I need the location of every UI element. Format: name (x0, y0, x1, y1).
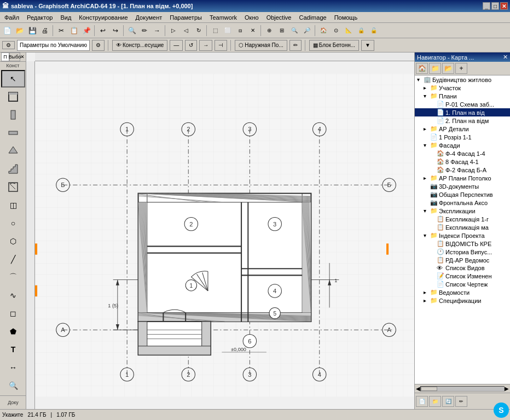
tool-object[interactable]: ○ (1, 214, 25, 232)
menu-view[interactable]: Вид (57, 14, 74, 21)
minimize-button[interactable]: _ (483, 2, 490, 10)
tree-expand-1[interactable]: ▸ (424, 85, 429, 91)
pen-button[interactable]: ✏ (138, 25, 150, 37)
snap-btn[interactable]: ⊕ (263, 25, 275, 37)
menu-document[interactable]: Документ (132, 14, 166, 21)
tree-expand-0[interactable]: ▾ (417, 77, 422, 83)
close-button[interactable]: ✕ (500, 2, 508, 10)
find-button[interactable]: 🔍 (126, 25, 138, 37)
tool-zone[interactable]: ⬡ (1, 232, 25, 250)
outer-btn[interactable]: ⬡ Наружная По... (235, 40, 287, 51)
constr-btn[interactable]: 👁 Констр...есущие (112, 40, 167, 51)
end-btn[interactable]: ⊣ (215, 40, 227, 51)
tree-item-22[interactable]: 📋РД-АР Ведомос (415, 256, 510, 264)
tool-rect[interactable]: ◻ (1, 305, 25, 322)
tree-item-20[interactable]: 📋ВІДОМІСТЬ КРЕ (415, 240, 510, 248)
menu-design[interactable]: Конструирование (76, 14, 131, 21)
menu-window[interactable]: Окно (241, 14, 262, 21)
menu-file[interactable]: Файл (1, 14, 22, 21)
menu-teamwork[interactable]: Teamwork (206, 14, 240, 21)
mirror-btn[interactable]: ⧈ (234, 25, 246, 37)
maximize-button[interactable]: □ (491, 2, 499, 10)
params-dropdown[interactable]: Параметры по Умолчанию (17, 40, 90, 51)
tree-item-12[interactable]: ▸📁АР Плани Потолко (415, 174, 510, 182)
tree-item-16[interactable]: ▾📁Экспликации (415, 207, 510, 215)
lock-btn[interactable]: 🔓 (368, 25, 380, 37)
open-button[interactable]: 📂 (14, 25, 26, 37)
tool-wall[interactable] (1, 88, 25, 106)
tree-item-9[interactable]: 🏠Ф-4 Фасад 1-4 (415, 149, 510, 158)
nav-folder-btn[interactable]: 📁 (429, 63, 441, 74)
params-settings-btn[interactable]: ⚙ (92, 40, 105, 51)
tree-item-3[interactable]: 📄Р-01 Схема заб... (415, 100, 510, 108)
tree-item-17[interactable]: 📋Експликація 1-г (415, 215, 510, 223)
menu-help[interactable]: Помощь (331, 14, 361, 21)
menu-objective[interactable]: Objective (263, 14, 295, 21)
tree-item-5[interactable]: 📄2. План на відм (415, 116, 510, 125)
tree-item-15[interactable]: 📷Фронтальна Аксо (415, 199, 510, 207)
zoom-in-btn[interactable]: 🔍 (288, 25, 300, 37)
params-icon[interactable]: ⚙ (2, 41, 15, 49)
cut-button[interactable]: ✂ (55, 25, 67, 37)
nav-bt3[interactable]: 🔄 (442, 396, 454, 407)
save-button[interactable]: 💾 (26, 25, 38, 37)
rotate-btn[interactable]: ↻ (193, 25, 205, 37)
elev-btn[interactable]: 📐 (343, 25, 355, 37)
tree-expand-26[interactable]: ▸ (424, 289, 429, 295)
tree-expand-27[interactable]: ▸ (424, 298, 429, 304)
nav-add-btn[interactable]: + (455, 63, 467, 74)
tree-item-6[interactable]: ▸📁АР Детали (415, 125, 510, 133)
new-button[interactable]: 📄 (1, 25, 13, 37)
tree-item-21[interactable]: 🕐Историа Випус... (415, 248, 510, 256)
zoom-out-btn[interactable]: 🔎 (301, 25, 313, 37)
tool-roof[interactable] (1, 142, 25, 160)
tree-item-24[interactable]: 📝Список Изменен (415, 272, 510, 280)
tree-item-27[interactable]: ▸📁Спецификации (415, 296, 510, 305)
scroll-thumb[interactable] (421, 387, 437, 391)
tree-item-25[interactable]: 📄Список Чертеж (415, 280, 510, 288)
tab-выбо[interactable]: Выбо (9, 52, 20, 61)
move-btn[interactable]: ⬚ (209, 25, 221, 37)
tree-item-19[interactable]: ▾📁Індекси Проекта (415, 231, 510, 240)
tree-item-13[interactable]: 📷3D-документы (415, 182, 510, 190)
select-btn[interactable]: ▷ (167, 25, 179, 37)
rotate-view-btn[interactable]: ↺ (185, 40, 197, 51)
section-btn[interactable]: ⊙ (330, 25, 342, 37)
tool-zoom[interactable]: 🔍 (1, 377, 25, 394)
menu-edit[interactable]: Редактор (24, 14, 56, 21)
tool-doc[interactable]: 📄 (1, 407, 25, 409)
nav-folder2-btn[interactable]: 📂 (442, 63, 454, 74)
scroll-right-btn[interactable]: ▶ (505, 386, 509, 392)
tool-text[interactable]: T (1, 341, 25, 358)
block-arrow-btn[interactable]: ▼ (361, 40, 374, 51)
tree-item-1[interactable]: ▸📁Участок (415, 84, 510, 92)
nav-scrollbar[interactable]: ◀ ▶ (415, 384, 510, 393)
arrow-button[interactable]: → (151, 25, 163, 37)
nav-bt4[interactable]: ✏ (455, 396, 467, 407)
nav-bt1[interactable]: 📄 (416, 396, 428, 407)
line-type-btn[interactable]: — (170, 40, 183, 51)
trim-btn[interactable]: ✕ (247, 25, 259, 37)
nav-bt2[interactable]: 📁 (429, 396, 441, 407)
tool-stair[interactable] (1, 160, 25, 178)
block-btn[interactable]: ▦ Блок Бетонн... (309, 40, 359, 51)
tree-item-4[interactable]: 📄1. План на від (415, 108, 510, 116)
tree-item-7[interactable]: 📄1 Розріз 1-1 (415, 133, 510, 141)
menu-options[interactable]: Параметры (166, 14, 205, 21)
tool-line[interactable]: ╱ (1, 250, 25, 268)
copy-button[interactable]: 📋 (68, 25, 80, 37)
select2-btn[interactable]: ◁ (180, 25, 192, 37)
tool-arc[interactable]: ⌒ (1, 269, 25, 286)
tree-expand-6[interactable]: ▸ (424, 126, 429, 132)
tool-polyline[interactable]: ∿ (1, 287, 25, 304)
navigator-tree[interactable]: ▾🏢Будівництво житлово▸📁Участок▾📁Плани 📄Р… (415, 75, 510, 384)
redo-button[interactable]: ↪ (109, 25, 121, 37)
tree-item-2[interactable]: ▾📁Плани (415, 92, 510, 100)
undo-button[interactable]: ↩ (97, 25, 109, 37)
tree-expand-16[interactable]: ▾ (424, 208, 429, 214)
menu-cadimage[interactable]: Cadimage (295, 14, 329, 21)
tool-column[interactable] (1, 106, 25, 124)
tool-polygon[interactable]: ⬟ (1, 323, 25, 340)
nav-close-btn[interactable]: ✕ (503, 54, 508, 61)
scale-btn[interactable]: ⬜ (222, 25, 234, 37)
